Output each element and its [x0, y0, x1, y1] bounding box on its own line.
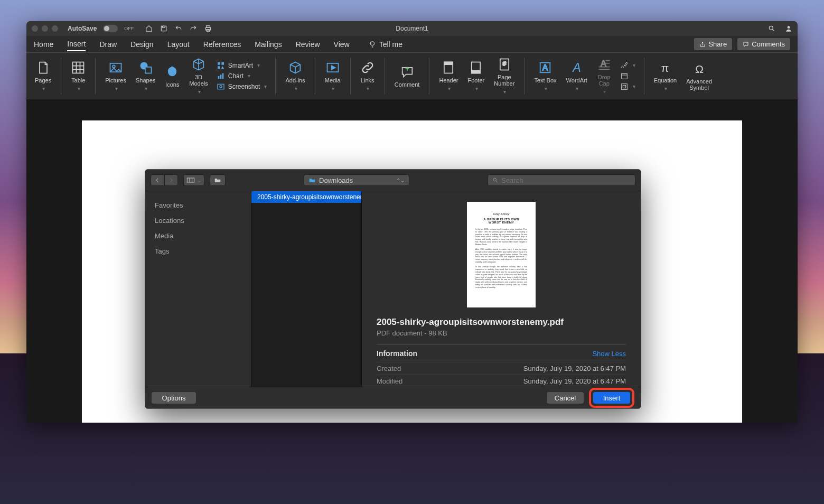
svg-rect-1	[163, 26, 165, 27]
cancel-button[interactable]: Cancel	[547, 392, 584, 404]
equation-button[interactable]: πEquation▾	[651, 58, 680, 94]
addins-button[interactable]: Add-ins▾	[282, 58, 308, 94]
chart-label: Chart	[228, 72, 244, 80]
forward-button[interactable]	[164, 174, 178, 186]
minimize-icon[interactable]	[42, 25, 48, 32]
comments-button[interactable]: Comments	[737, 38, 790, 50]
print-icon[interactable]	[204, 25, 212, 32]
close-icon[interactable]	[32, 25, 38, 32]
pages-button[interactable]: Pages▾	[32, 58, 54, 94]
chart-button[interactable]: Chart▾	[217, 72, 267, 80]
shapes-button[interactable]: Shapes▾	[133, 58, 158, 94]
svg-point-58	[493, 178, 497, 181]
svg-rect-25	[222, 73, 223, 79]
footer-icon	[469, 60, 483, 75]
links-button[interactable]: Links▾	[357, 58, 378, 94]
smartart-button[interactable]: SmartArt▾	[217, 61, 267, 70]
smart-group: SmartArt▾ Chart▾ Screenshot▾	[214, 59, 269, 93]
3dmodels-button[interactable]: 3D Models▾	[186, 55, 211, 97]
account-icon[interactable]	[785, 25, 792, 32]
tab-draw[interactable]: Draw	[99, 40, 117, 49]
footer-label: Footer	[467, 77, 484, 83]
info-header: Information	[377, 349, 417, 358]
show-less-link[interactable]: Show Less	[592, 350, 626, 358]
svg-rect-20	[218, 62, 220, 65]
tab-view[interactable]: View	[334, 40, 350, 49]
svg-line-59	[496, 181, 497, 182]
pagenum-icon: #	[497, 57, 512, 72]
info-key: Created	[377, 365, 401, 372]
location-dropdown[interactable]: Downloads ⌃⌄	[304, 174, 409, 186]
downloads-icon	[308, 177, 316, 183]
insert-label: Insert	[603, 394, 621, 402]
tab-references[interactable]: References	[203, 40, 241, 49]
pagenum-button[interactable]: #Page Number▾	[491, 55, 518, 97]
picker-footer: Options Cancel Insert	[145, 387, 641, 408]
svg-rect-51	[621, 83, 627, 89]
search-icon[interactable]	[768, 25, 775, 32]
group-button[interactable]	[210, 174, 226, 186]
undo-icon[interactable]	[175, 25, 182, 32]
cube-icon	[191, 57, 206, 72]
sidebar-locations[interactable]: Locations	[145, 213, 251, 228]
view-mode-button[interactable]: ⌄	[183, 174, 204, 186]
insert-button[interactable]: Insert	[593, 392, 630, 404]
tell-me[interactable]: Tell me	[369, 40, 402, 49]
shapes-label: Shapes	[136, 77, 155, 83]
datetime-button[interactable]	[620, 72, 635, 80]
tab-mailings[interactable]: Mailings	[255, 40, 282, 49]
tab-layout[interactable]: Layout	[167, 40, 190, 49]
tab-home[interactable]: Home	[34, 40, 53, 49]
comments-label: Comments	[752, 40, 785, 48]
back-button[interactable]	[151, 174, 164, 186]
header-label: Header	[439, 77, 458, 83]
svg-rect-0	[162, 26, 166, 31]
tab-insert[interactable]: Insert	[67, 40, 86, 51]
comment-button[interactable]: Comment	[391, 62, 423, 90]
signature-icon	[620, 61, 629, 70]
file-item-selected[interactable]: 2005-shirky-agroupisitsownworstenemy.pdf	[251, 191, 361, 203]
addins-icon	[288, 60, 303, 75]
options-button[interactable]: Options	[152, 392, 196, 404]
screenshot-button[interactable]: Screenshot▾	[217, 82, 267, 91]
footer-button[interactable]: Footer▾	[464, 58, 488, 94]
home-icon[interactable]	[145, 25, 153, 32]
wordart-label: WordArt	[566, 77, 587, 83]
chevron-right-icon	[168, 178, 174, 183]
share-button[interactable]: Share	[694, 38, 732, 50]
tab-design[interactable]: Design	[130, 40, 154, 49]
dropcap-button[interactable]: ADrop Cap▾	[594, 55, 615, 97]
redo-icon[interactable]	[190, 25, 197, 32]
sidebar-tags[interactable]: Tags	[145, 244, 251, 259]
media-button[interactable]: Media▾	[322, 58, 344, 94]
signature-button[interactable]: ▾	[620, 61, 635, 70]
autosave-toggle[interactable]	[103, 25, 118, 32]
zoom-icon[interactable]	[52, 25, 58, 32]
wordart-button[interactable]: AWordArt▾	[563, 58, 591, 94]
symbol-label: Advanced Symbol	[686, 78, 712, 91]
dropdown-chev-icon: ⌃⌄	[396, 178, 405, 183]
icons-button[interactable]: Icons	[162, 62, 183, 90]
symbol-icon: Ω	[692, 61, 707, 76]
save-icon[interactable]	[160, 25, 167, 32]
info-row-created: CreatedSunday, July 19, 2020 at 6:47 PM	[377, 362, 626, 375]
object-button[interactable]: ▾	[620, 82, 635, 91]
tell-me-label: Tell me	[379, 40, 402, 49]
sidebar-media[interactable]: Media	[145, 228, 251, 244]
search-field[interactable]	[488, 174, 635, 186]
pictures-label: Pictures	[105, 77, 126, 83]
svg-point-8	[370, 41, 374, 45]
file-list: 2005-shirky-agroupisitsownworstenemy.pdf	[251, 191, 362, 387]
sidebar-favorites[interactable]: Favorites	[145, 198, 251, 213]
header-button[interactable]: Header▾	[436, 58, 461, 94]
search-input[interactable]	[501, 176, 631, 184]
dropcap-label: Drop Cap	[598, 74, 611, 87]
pictures-button[interactable]: Pictures▾	[102, 58, 129, 94]
table-button[interactable]: Table▾	[68, 58, 89, 94]
tab-review[interactable]: Review	[296, 40, 320, 49]
svg-rect-11	[73, 62, 84, 73]
textbox-button[interactable]: AText Box▾	[531, 58, 559, 94]
symbol-button[interactable]: ΩAdvanced Symbol	[683, 59, 715, 93]
options-label: Options	[162, 394, 186, 402]
screenshot-icon	[217, 82, 225, 91]
